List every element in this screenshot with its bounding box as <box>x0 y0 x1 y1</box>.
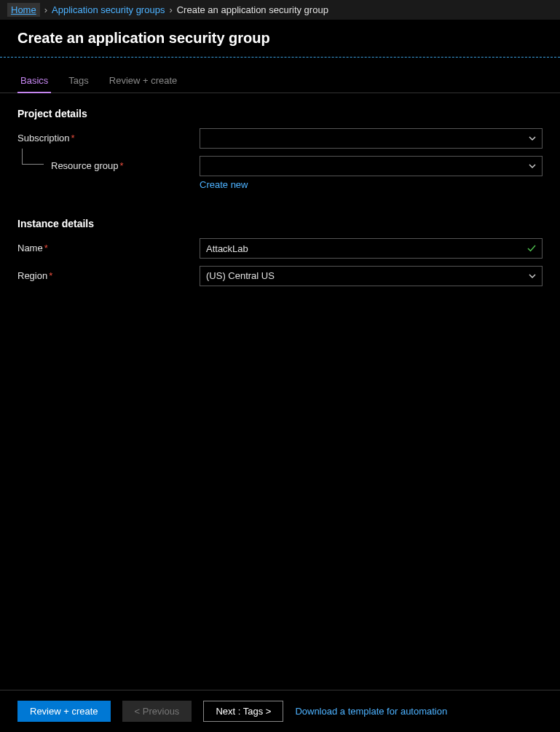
subscription-label: Subscription* <box>17 128 200 143</box>
resource-group-label: Resource group* <box>17 156 200 171</box>
tab-basics[interactable]: Basics <box>17 69 51 93</box>
section-instance-details-title: Instance details <box>17 218 543 229</box>
download-template-link[interactable]: Download a template for automation <box>295 706 447 717</box>
previous-button[interactable]: < Previous <box>122 701 192 722</box>
breadcrumb-current: Create an application security group <box>177 4 328 15</box>
required-indicator: * <box>71 133 75 143</box>
region-select[interactable]: (US) Central US <box>200 266 543 286</box>
region-label: Region* <box>17 266 200 281</box>
breadcrumb-separator-icon: › <box>169 4 172 15</box>
footer-bar: Review + create < Previous Next : Tags >… <box>0 690 560 732</box>
name-input[interactable] <box>200 238 543 259</box>
next-tags-button[interactable]: Next : Tags > <box>203 701 283 722</box>
resource-group-row: Resource group* Create new <box>17 156 543 190</box>
review-create-button[interactable]: Review + create <box>17 701 111 722</box>
tab-review-create[interactable]: Review + create <box>106 69 181 93</box>
section-project-details-title: Project details <box>17 108 543 119</box>
create-new-link[interactable]: Create new <box>200 179 248 190</box>
indent-line <box>22 149 44 165</box>
subscription-row: Subscription* <box>17 128 543 149</box>
resource-group-select[interactable] <box>200 156 543 176</box>
name-label: Name* <box>17 238 200 253</box>
subscription-select[interactable] <box>200 128 543 149</box>
tab-tags[interactable]: Tags <box>66 69 91 93</box>
name-row: Name* <box>17 238 543 259</box>
required-indicator: * <box>44 243 48 253</box>
breadcrumb-app-security-groups[interactable]: Application security groups <box>52 4 165 15</box>
page-title: Create an application security group <box>0 20 560 57</box>
breadcrumb-bar: Home › Application security groups › Cre… <box>0 0 560 20</box>
region-row: Region* (US) Central US <box>17 266 543 286</box>
form-content: Project details Subscription* Resource g… <box>0 93 560 308</box>
breadcrumb-home[interactable]: Home <box>7 3 40 17</box>
tabs: Basics Tags Review + create <box>0 58 560 93</box>
required-indicator: * <box>120 160 124 171</box>
required-indicator: * <box>49 270 52 281</box>
breadcrumb-separator-icon: › <box>44 4 47 15</box>
